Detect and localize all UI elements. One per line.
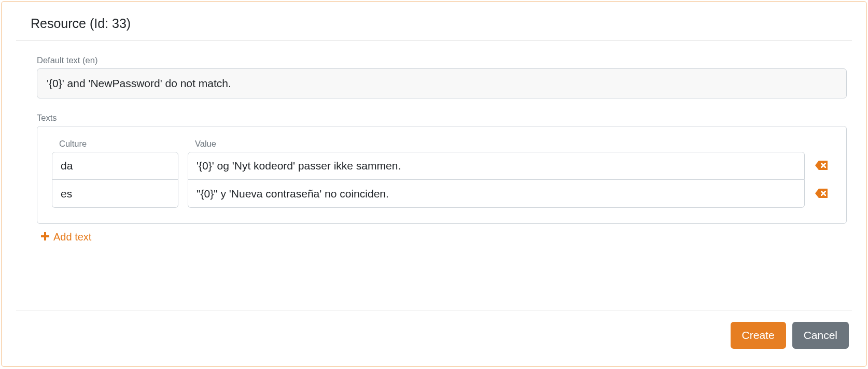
- culture-column-header: Culture: [52, 139, 178, 149]
- delete-tag-icon: [815, 189, 828, 200]
- delete-row-button[interactable]: [815, 161, 828, 172]
- add-text-label: Add text: [53, 231, 91, 243]
- culture-input[interactable]: [52, 180, 178, 208]
- texts-header: Culture Value: [52, 139, 832, 149]
- add-text-link[interactable]: Add text: [41, 231, 91, 243]
- button-row: Create Cancel: [16, 322, 852, 349]
- page-title: Resource (Id: 33): [31, 16, 852, 31]
- value-input[interactable]: [188, 152, 805, 180]
- default-text-field: '{0}' and 'NewPassword' do not match.: [37, 68, 847, 98]
- plus-icon: [41, 231, 49, 243]
- divider: [16, 40, 852, 41]
- value-input[interactable]: [188, 180, 805, 208]
- texts-card: Culture Value: [37, 126, 847, 224]
- delete-tag-icon: [815, 161, 828, 172]
- value-column-header: Value: [188, 139, 805, 149]
- footer-divider: [16, 310, 852, 310]
- table-row: [52, 152, 832, 180]
- svg-rect-1: [41, 236, 49, 237]
- culture-input[interactable]: [52, 152, 178, 180]
- default-text-label: Default text (en): [37, 55, 847, 65]
- create-button[interactable]: Create: [731, 322, 786, 349]
- table-row: [52, 180, 832, 208]
- cancel-button[interactable]: Cancel: [792, 322, 849, 349]
- texts-label: Texts: [37, 113, 847, 123]
- delete-row-button[interactable]: [815, 189, 828, 200]
